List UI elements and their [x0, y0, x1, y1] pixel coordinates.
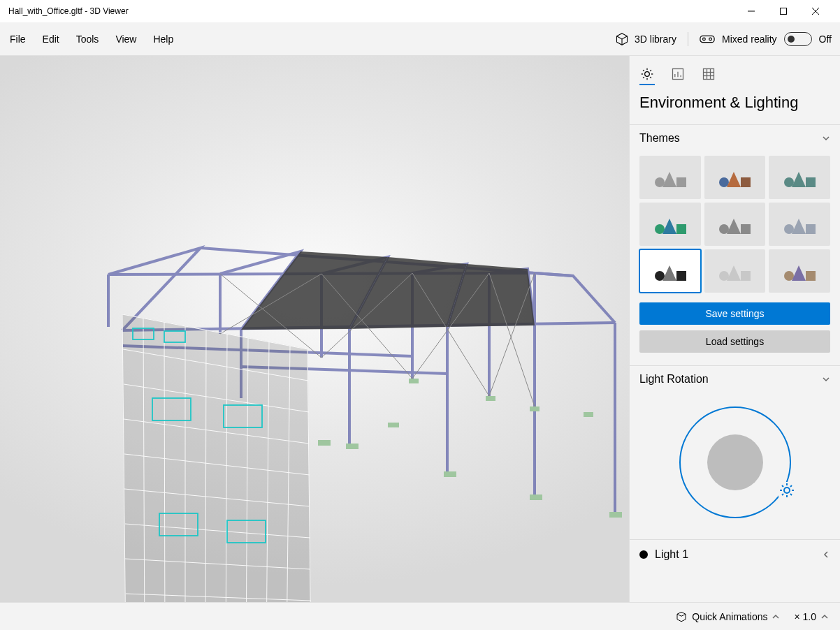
light-1-label: Light 1: [655, 548, 815, 561]
chevron-left-icon: [822, 550, 830, 559]
svg-rect-4: [700, 36, 714, 42]
theme-tile-3[interactable]: [639, 203, 701, 246]
svg-point-5: [703, 38, 706, 41]
svg-rect-34: [318, 440, 331, 446]
theme-tile-8[interactable]: [769, 249, 830, 293]
menu-view[interactable]: View: [115, 34, 136, 45]
svg-marker-44: [122, 314, 311, 602]
theme-tile-0[interactable]: [639, 156, 701, 199]
library-button[interactable]: 3D library: [615, 32, 676, 46]
sidebar-title: Environment & Lighting: [630, 84, 840, 124]
tab-grid[interactable]: [701, 64, 716, 84]
sidebar: Environment & Lighting Themes: [629, 56, 840, 602]
svg-point-6: [709, 38, 712, 41]
mixed-reality-toggle[interactable]: [784, 32, 812, 46]
themes-grid: [630, 152, 840, 302]
load-settings-button[interactable]: Load settings: [639, 330, 830, 353]
theme-tile-4[interactable]: [704, 203, 766, 246]
menu-edit[interactable]: Edit: [43, 34, 59, 45]
svg-line-78: [643, 77, 644, 78]
bottom-bar: Quick Animations × 1.0: [0, 602, 840, 630]
svg-rect-35: [346, 444, 359, 449]
theme-tile-5[interactable]: [769, 203, 830, 246]
mixed-reality-state: Off: [819, 34, 832, 45]
zoom-value: × 1.0: [794, 611, 816, 622]
svg-line-79: [650, 70, 651, 71]
library-label: 3D library: [635, 34, 676, 45]
themes-header[interactable]: Themes: [630, 124, 840, 152]
svg-line-94: [782, 485, 783, 487]
svg-rect-1: [781, 8, 787, 15]
sun-icon: [640, 67, 654, 81]
theme-tile-7[interactable]: [704, 249, 766, 293]
chevron-down-icon: [822, 134, 830, 142]
mixed-reality-label: Mixed reality: [722, 34, 777, 45]
themes-label: Themes: [639, 132, 680, 145]
svg-line-95: [790, 494, 792, 495]
chevron-up-icon: [820, 613, 829, 621]
titlebar: Hall_with_Office.gltf - 3D Viewer: [0, 0, 840, 22]
svg-rect-39: [486, 396, 495, 401]
svg-line-76: [643, 70, 644, 71]
sun-handle-icon[interactable]: [779, 482, 795, 499]
3d-viewport[interactable]: [0, 56, 629, 602]
theme-tile-1[interactable]: [704, 156, 766, 199]
svg-line-96: [782, 494, 783, 495]
quick-animations-button[interactable]: Quick Animations: [675, 610, 780, 623]
menu-file[interactable]: File: [10, 34, 26, 45]
theme-tile-6[interactable]: [639, 249, 701, 293]
tab-stats[interactable]: [670, 64, 686, 84]
headset-icon: [700, 33, 715, 45]
cube-icon: [615, 32, 629, 46]
svg-rect-36: [388, 423, 399, 427]
quick-animations-label: Quick Animations: [692, 611, 767, 622]
svg-point-89: [784, 488, 790, 493]
chevron-down-icon: [822, 375, 830, 383]
light-rotation-dial[interactable]: [679, 406, 791, 518]
save-settings-button[interactable]: Save settings: [639, 302, 830, 325]
light-1-row[interactable]: Light 1: [630, 539, 840, 569]
svg-line-97: [790, 485, 792, 487]
chevron-up-icon: [772, 613, 780, 621]
cube-play-icon: [675, 610, 688, 623]
stats-icon: [671, 67, 685, 81]
svg-line-77: [650, 77, 651, 78]
zoom-control[interactable]: × 1.0: [794, 611, 829, 622]
color-swatch: [639, 550, 648, 559]
light-rotation-label: Light Rotation: [639, 373, 709, 386]
theme-tile-2[interactable]: [769, 156, 830, 199]
svg-rect-43: [584, 412, 593, 417]
window-title: Hall_with_Office.gltf - 3D Viewer: [8, 6, 735, 16]
svg-point-71: [645, 72, 650, 77]
minimize-button[interactable]: [735, 0, 767, 22]
svg-rect-41: [530, 406, 540, 411]
svg-rect-38: [444, 471, 456, 477]
menubar: File Edit Tools View Help 3D library Mix…: [0, 22, 840, 56]
svg-rect-42: [609, 512, 622, 518]
grid-icon: [702, 67, 716, 81]
light-rotation-header[interactable]: Light Rotation: [630, 365, 840, 393]
svg-rect-40: [530, 495, 542, 500]
menu-help[interactable]: Help: [153, 34, 173, 45]
svg-rect-37: [409, 379, 419, 383]
close-button[interactable]: [799, 0, 832, 22]
menu-tools[interactable]: Tools: [76, 34, 99, 45]
tab-environment[interactable]: [639, 64, 655, 84]
maximize-button[interactable]: [767, 0, 799, 22]
svg-rect-84: [704, 69, 714, 80]
